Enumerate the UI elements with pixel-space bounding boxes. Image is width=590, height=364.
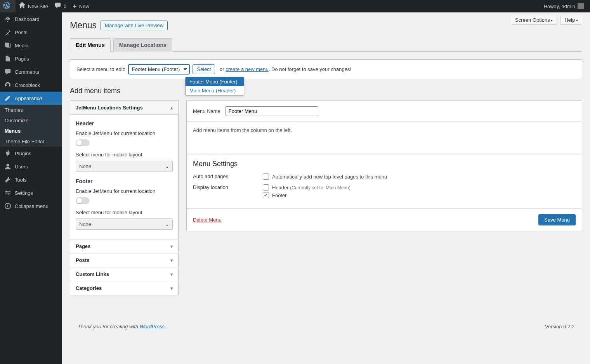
home-icon [19,2,26,11]
chevron-down-icon: ⌄ [165,163,169,169]
menu-name-label: Menu Name [193,108,220,114]
categories-panel-header[interactable]: Categories ▾ [70,281,178,295]
add-items-heading: Add menu items [70,87,179,95]
location-footer-checkbox[interactable] [263,192,269,198]
plugins-icon [4,149,12,157]
display-location-label: Display location [193,184,263,200]
menu-pages[interactable]: Pages [0,52,62,65]
enable-jetmenu-footer-label: Enable JetMenu for current location [76,188,173,194]
wordpress-link[interactable]: WordPress [140,324,165,329]
create-new-menu-link[interactable]: create a new menu [226,66,269,72]
menu-dashboard[interactable]: Dashboard [0,12,62,26]
dashboard-icon [4,15,12,23]
howdy-link[interactable]: Howdy, admin [541,0,587,12]
menu-option-main[interactable]: Main Menu (Header) [186,86,244,95]
site-name-text: New Site [28,3,48,9]
svg-rect-1 [5,191,10,192]
wp-logo-link[interactable] [0,0,16,12]
tab-edit-menus[interactable]: Edit Menus [70,38,111,52]
delete-menu-link[interactable]: Delete Menu [193,217,222,223]
comments-count: 0 [64,3,66,9]
jetmenu-footer-section: Footer [76,178,173,184]
menu-plugins[interactable]: Plugins [0,147,62,160]
menu-select-dropdown[interactable]: Footer Menu (Footer) [128,64,190,74]
mobile-menu-header-select[interactable]: None ⌄ [76,161,173,172]
new-link[interactable]: + New [69,0,92,12]
jetmenu-panel: JetMenu Locations Settings ▴ Header Enab… [70,101,179,239]
menu-tools[interactable]: Tools [0,173,62,186]
menu-edit-frame: Menu Name Add menu items from the column… [186,101,582,231]
pin-icon [4,28,12,36]
wp-footer: Thank you for creating with WordPress. V… [70,318,582,335]
posts-panel-header[interactable]: Posts ▾ [70,253,178,267]
mobile-layout-footer-label: Select menu for mobile layout [76,210,173,215]
menu-option-footer[interactable]: Footer Menu (Footer) [186,77,244,86]
plus-icon: + [73,2,77,10]
collapse-menu[interactable]: Collapse menu [0,199,62,213]
comments-link[interactable]: 0 [51,0,69,12]
admin-menu: Dashboard Posts Media Pages Comments Cro… [0,12,62,364]
submenu-themes[interactable]: Themes [0,105,62,115]
custom-links-panel: Custom Links ▾ [70,267,179,281]
auto-add-label: Auto add pages [193,173,263,181]
save-menu-button[interactable]: Save Menu [538,214,576,225]
menu-structure-heading: Menu structure [186,87,582,95]
menu-name-input[interactable] [225,106,318,116]
jetmenu-panel-header[interactable]: JetMenu Locations Settings ▴ [70,101,178,115]
wp-version: Version 6.2.2 [545,324,574,329]
enable-jetmenu-footer-toggle[interactable] [76,197,90,204]
users-icon [4,163,12,170]
help-button[interactable]: Help [560,16,582,25]
pages-icon [4,55,12,62]
avatar-icon [578,3,584,9]
menu-posts[interactable]: Posts [0,26,62,39]
settings-icon [4,189,12,197]
menu-media[interactable]: Media [0,39,62,52]
location-header-checkbox[interactable] [263,184,269,191]
menu-appearance[interactable]: Appearance [0,92,62,105]
categories-panel: Categories ▾ [70,281,179,295]
menu-users[interactable]: Users [0,160,62,173]
page-title: Menus [70,20,97,31]
menu-comments[interactable]: Comments [0,65,62,78]
manage-menus-bar: Select a menu to edit: Footer Menu (Foot… [70,59,582,79]
enable-jetmenu-header-toggle[interactable] [76,139,90,146]
chevron-down-icon: ▾ [170,272,173,277]
chevron-up-icon: ▴ [170,105,173,111]
admin-bar: New Site 0 + New Howdy, admin [0,0,590,12]
select-menu-label: Select a menu to edit: [76,66,125,72]
wordpress-icon [3,2,10,11]
tab-manage-locations[interactable]: Manage Locations [113,38,172,52]
main-content: Screen Options Help Menus Manage with Li… [62,12,590,364]
mobile-layout-header-label: Select menu for mobile layout [76,152,173,158]
tabs: Edit Menus Manage Locations [70,38,582,52]
menu-settings-heading: Menu Settings [193,160,576,168]
chevron-down-icon: ▾ [170,286,173,291]
menu-settings[interactable]: Settings [0,186,62,199]
menu-select-options: Footer Menu (Footer) Main Menu (Header) [185,77,244,95]
pages-panel-header[interactable]: Pages ▾ [70,239,178,253]
chevron-down-icon: ▾ [170,258,173,263]
appearance-icon [4,94,12,102]
submenu-customize[interactable]: Customize [0,115,62,126]
screen-options-button[interactable]: Screen Options [511,16,557,25]
pages-panel: Pages ▾ [70,239,179,253]
live-preview-button[interactable]: Manage with Live Preview [101,21,168,30]
select-button[interactable]: Select [193,64,215,74]
media-icon [4,42,12,49]
crocoblock-icon [4,81,12,89]
comment-icon [54,2,61,11]
howdy-text: Howdy, admin [544,3,575,9]
menu-crocoblock[interactable]: Crocoblock [0,78,62,92]
enable-jetmenu-header-label: Enable JetMenu for current location [76,130,173,136]
submenu-theme-editor[interactable]: Theme File Editor [0,136,62,147]
jetmenu-header-section: Header [76,120,173,127]
auto-add-checkbox[interactable] [263,173,269,180]
comment-icon [4,68,12,76]
submenu-menus[interactable]: Menus [0,126,62,136]
appearance-submenu: Themes Customize Menus Theme File Editor [0,105,62,147]
site-name-link[interactable]: New Site [16,0,51,12]
custom-links-panel-header[interactable]: Custom Links ▾ [70,267,178,281]
chevron-down-icon: ⌄ [165,221,169,227]
mobile-menu-footer-select[interactable]: None ⌄ [76,218,173,230]
